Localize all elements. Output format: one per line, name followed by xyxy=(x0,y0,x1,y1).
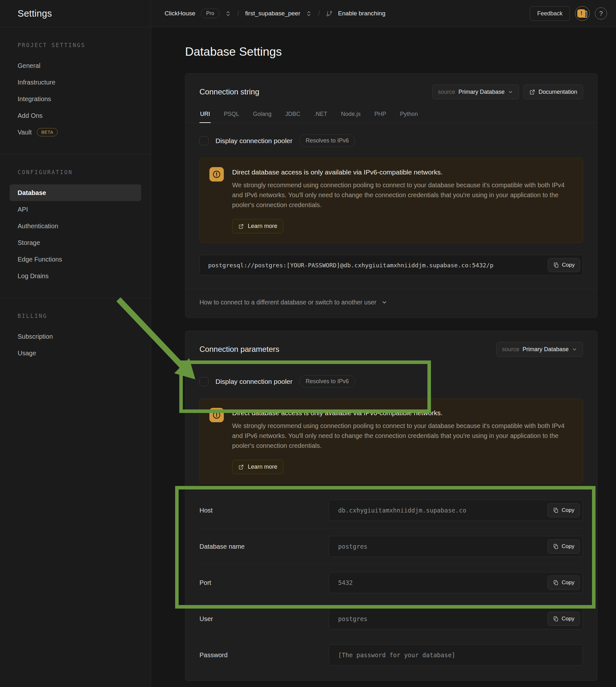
warning-badge-icon: ! xyxy=(577,9,586,18)
field-value: 5432 xyxy=(338,579,353,586)
sidebar-item-label: Infrastructure xyxy=(18,79,56,86)
sidebar-item-usage[interactable]: Usage xyxy=(9,345,141,361)
display-connection-pooler-label: Display connection pooler xyxy=(216,137,292,145)
port-input[interactable]: 5432Copy xyxy=(329,572,583,593)
org-switcher-chevrons-icon[interactable] xyxy=(225,10,231,17)
sidebar-item-label: Vault xyxy=(18,129,32,136)
user-input[interactable]: postgresCopy xyxy=(329,608,583,629)
field-row-host: Hostdb.cxhygiuitamxhniiddjm.supabase.coC… xyxy=(199,492,583,528)
page-title: Database Settings xyxy=(185,45,597,59)
sidebar-item-authentication[interactable]: Authentication xyxy=(9,218,141,234)
sidebar-section-configuration: CONFIGURATIONDatabaseAPIAuthenticationSt… xyxy=(0,154,151,298)
sidebar-item-infrastructure[interactable]: Infrastructure xyxy=(9,74,141,91)
field-label: Port xyxy=(199,579,329,586)
sidebar-item-storage[interactable]: Storage xyxy=(9,234,141,251)
copy-connection-string-button[interactable]: Copy xyxy=(548,258,580,272)
source-select[interactable]: source Primary Database xyxy=(496,342,583,357)
display-connection-pooler-label: Display connection pooler xyxy=(216,378,292,385)
top-header: Settings ClickHouse Pro / first_supabase… xyxy=(0,0,616,27)
field-row-port: Port5432Copy xyxy=(199,564,583,601)
sidebar-item-integrations[interactable]: Integrations xyxy=(9,91,141,107)
learn-more-button[interactable]: Learn more xyxy=(232,460,283,474)
sidebar-item-api[interactable]: API xyxy=(9,201,141,218)
sidebar-item-add-ons[interactable]: Add Ons xyxy=(9,107,141,124)
sidebar-item-subscription[interactable]: Subscription xyxy=(9,328,141,345)
warning-body: We strongly recommend using connection p… xyxy=(232,421,572,451)
host-input[interactable]: db.cxhygiuitamxhniiddjm.supabase.coCopy xyxy=(329,500,583,521)
tab-psql[interactable]: PSQL xyxy=(223,107,240,123)
connection-parameters-card: Connection parameters source Primary Dat… xyxy=(185,331,597,681)
plan-badge: Pro xyxy=(201,9,220,18)
field-value: db.cxhygiuitamxhniiddjm.supabase.co xyxy=(338,507,466,514)
connection-string-tabs: URIPSQLGolangJDBC.NETNode.jsPHPPython xyxy=(199,107,583,123)
field-label: User xyxy=(199,615,329,623)
field-row-database-name: Database namepostgresCopy xyxy=(199,528,583,564)
sidebar-item-label: General xyxy=(18,62,40,69)
main-content: Database Settings Connection string sour… xyxy=(151,27,616,687)
copy-label: Copy xyxy=(562,507,574,513)
feedback-button[interactable]: Feedback xyxy=(530,6,570,21)
tab-uri[interactable]: URI xyxy=(199,107,211,123)
learn-more-label: Learn more xyxy=(248,223,277,229)
learn-more-label: Learn more xyxy=(248,464,277,470)
warning-title: Direct database access is only available… xyxy=(232,169,572,176)
copy-host-button[interactable]: Copy xyxy=(548,503,580,517)
field-value: postgres xyxy=(338,615,368,622)
connection-string-row: postgresql://postgres:[YOUR-PASSWORD]@db… xyxy=(199,255,583,275)
copy-label: Copy xyxy=(562,616,574,622)
sidebar-section-title: PROJECT SETTINGS xyxy=(18,42,141,48)
external-link-icon xyxy=(529,89,535,95)
git-branch-icon xyxy=(326,10,333,17)
chevron-down-icon xyxy=(381,299,388,305)
notifications-button[interactable]: ! xyxy=(575,6,590,21)
source-select-label: source xyxy=(438,89,455,95)
sidebar-sections: PROJECT SETTINGSGeneralInfrastructureInt… xyxy=(0,27,151,375)
display-connection-pooler-checkbox[interactable] xyxy=(199,136,208,145)
copy-port-button[interactable]: Copy xyxy=(548,576,580,590)
source-select[interactable]: source Primary Database xyxy=(432,85,519,99)
sidebar-item-edge-functions[interactable]: Edge Functions xyxy=(9,251,141,268)
documentation-button[interactable]: Documentation xyxy=(524,85,583,99)
sidebar-item-general[interactable]: General xyxy=(9,57,141,74)
learn-more-button[interactable]: Learn more xyxy=(232,219,283,234)
sidebar-section-title: CONFIGURATION xyxy=(18,169,141,175)
tab-jdbc[interactable]: JDBC xyxy=(285,107,301,123)
tab-php[interactable]: PHP xyxy=(374,107,387,123)
sidebar-item-label: Log Drains xyxy=(18,272,49,280)
sidebar-item-label: API xyxy=(18,206,28,213)
database-name-input[interactable]: postgresCopy xyxy=(329,536,583,557)
sidebar-item-log-drains[interactable]: Log Drains xyxy=(9,268,141,284)
connect-help-expander[interactable]: How to connect to a different database o… xyxy=(185,289,597,317)
connection-string-value-box[interactable]: postgresql://postgres:[YOUR-PASSWORD]@db… xyxy=(199,255,583,275)
connection-string-value: postgresql://postgres:[YOUR-PASSWORD]@db… xyxy=(208,262,493,269)
project-switcher-chevrons-icon[interactable] xyxy=(306,10,312,17)
copy-database-name-button[interactable]: Copy xyxy=(548,539,580,554)
tab-python[interactable]: Python xyxy=(399,107,418,123)
tab-golang[interactable]: Golang xyxy=(252,107,272,123)
sidebar-item-vault[interactable]: VaultBETA xyxy=(9,124,141,140)
password-input[interactable]: [The password for your database] xyxy=(329,644,583,666)
sidebar-item-label: Usage xyxy=(18,350,36,357)
copy-icon xyxy=(553,507,559,513)
enable-branching-button[interactable]: Enable branching xyxy=(338,10,386,17)
copy-label: Copy xyxy=(562,579,574,586)
alert-icon xyxy=(210,167,224,181)
display-connection-pooler-checkbox[interactable] xyxy=(199,377,208,386)
help-button[interactable]: ? xyxy=(595,7,607,20)
copy-icon xyxy=(553,580,559,585)
source-select-value: Primary Database xyxy=(459,89,505,95)
copy-icon xyxy=(553,544,559,549)
resolves-to-ipv6-badge: Resolves to IPv6 xyxy=(299,375,355,388)
connection-string-title: Connection string xyxy=(199,87,259,96)
sidebar-item-database[interactable]: Database xyxy=(9,184,141,201)
copy-user-button[interactable]: Copy xyxy=(548,612,580,626)
tab-node-js[interactable]: Node.js xyxy=(340,107,361,123)
field-label: Host xyxy=(199,507,329,514)
tab-net[interactable]: .NET xyxy=(313,107,328,123)
connection-parameter-fields: Hostdb.cxhygiuitamxhniiddjm.supabase.coC… xyxy=(199,492,583,681)
breadcrumb-org[interactable]: ClickHouse xyxy=(164,10,195,17)
breadcrumb-project[interactable]: first_supabase_peer xyxy=(245,10,300,17)
copy-icon xyxy=(553,262,559,268)
documentation-label: Documentation xyxy=(538,89,577,95)
field-row-user: UserpostgresCopy xyxy=(199,601,583,637)
